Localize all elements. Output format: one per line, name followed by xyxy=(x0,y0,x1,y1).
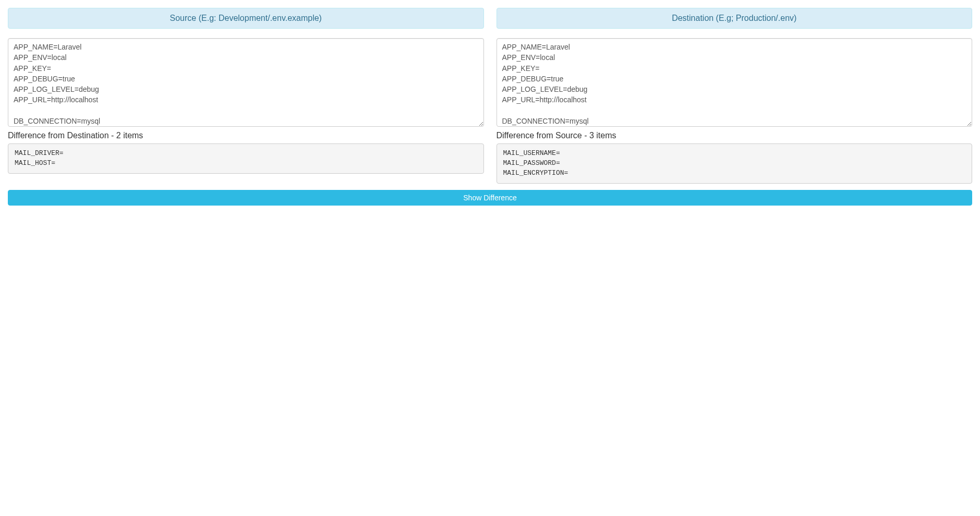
destination-column: Destination (E.g; Production/.env) Diffe… xyxy=(497,8,973,184)
destination-textarea[interactable] xyxy=(497,38,973,127)
source-header: Source (E.g: Development/.env.example) xyxy=(8,8,484,29)
source-textarea[interactable] xyxy=(8,38,484,127)
source-diff-label: Difference from Destination - 2 items xyxy=(8,131,484,140)
show-difference-button[interactable]: Show Difference xyxy=(8,190,972,206)
destination-diff-label: Difference from Source - 3 items xyxy=(497,131,973,140)
destination-header: Destination (E.g; Production/.env) xyxy=(497,8,973,29)
source-column: Source (E.g: Development/.env.example) D… xyxy=(8,8,484,184)
source-diff-output: MAIL_DRIVER= MAIL_HOST= xyxy=(8,143,484,174)
button-row: Show Difference xyxy=(8,190,972,206)
columns-container: Source (E.g: Development/.env.example) D… xyxy=(8,8,972,184)
destination-diff-output: MAIL_USERNAME= MAIL_PASSWORD= MAIL_ENCRY… xyxy=(497,143,973,184)
